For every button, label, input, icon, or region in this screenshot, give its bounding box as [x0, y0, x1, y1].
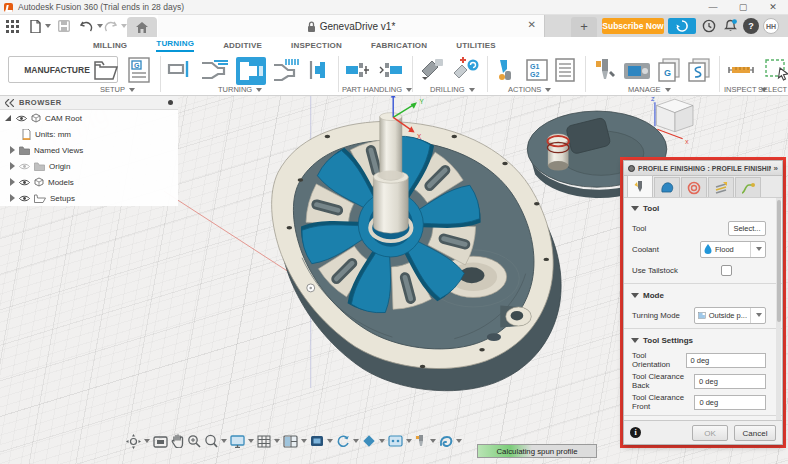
tab-milling[interactable]: MILLING	[93, 41, 127, 52]
part-handling-group-label[interactable]: PART HANDLING	[342, 85, 412, 94]
tab-inspection[interactable]: INSPECTION	[291, 41, 342, 52]
mode-section-header[interactable]: Mode	[624, 287, 782, 302]
template-library-button[interactable]: G	[656, 57, 682, 87]
refresh-button[interactable]	[336, 435, 359, 448]
document-tab[interactable]: GenevaDrive v1* ✕	[158, 15, 545, 37]
app-grid-button[interactable]	[6, 17, 19, 35]
stock-display-button[interactable]	[439, 435, 462, 448]
tailstock-checkbox[interactable]	[721, 265, 732, 276]
ok-button[interactable]: OK	[692, 425, 728, 441]
save-button[interactable]	[58, 17, 70, 35]
simulate-button[interactable]	[494, 57, 520, 87]
scrollbar-thumb[interactable]	[777, 200, 781, 322]
user-avatar[interactable]: HH	[763, 18, 779, 34]
gcode-setup-button[interactable]: G	[126, 57, 152, 87]
dialog-expand-icon[interactable]: »	[774, 164, 778, 173]
turning-group-label[interactable]: TURNING	[218, 85, 262, 94]
help-button[interactable]: ?	[743, 18, 759, 34]
post-process-button[interactable]: G1G2	[524, 57, 550, 87]
collapse-panel-icon[interactable]	[5, 99, 14, 107]
zoom-button[interactable]	[187, 434, 201, 448]
info-icon[interactable]: i	[630, 427, 641, 438]
file-menu-button[interactable]	[30, 17, 51, 35]
browser-item-models[interactable]: Models	[0, 174, 178, 190]
selected-drive-pin[interactable]	[547, 134, 568, 170]
new-setup-button[interactable]	[92, 57, 120, 87]
part-handling-transfer-button[interactable]	[376, 57, 404, 87]
maximize-button[interactable]: ▢	[728, 0, 758, 14]
pan-button[interactable]	[171, 434, 184, 448]
browser-options-icon[interactable]	[168, 100, 173, 105]
measure-button[interactable]	[726, 57, 756, 87]
orbit-button[interactable]	[126, 434, 150, 449]
turning-mode-dropdown[interactable]: Outside p...	[694, 307, 766, 324]
browser-item-origin[interactable]: Origin	[0, 158, 178, 174]
actions-group-label[interactable]: ACTIONS	[508, 85, 551, 94]
redo-button[interactable]	[104, 17, 127, 35]
minimize-button[interactable]: —	[698, 0, 728, 14]
turning-face-button[interactable]	[166, 57, 194, 87]
feed-speed-section-header[interactable]: Feed & Speed	[624, 419, 782, 420]
drilling-button[interactable]	[418, 57, 446, 87]
turning-profile-button-selected[interactable]	[236, 57, 266, 85]
manage-group-label[interactable]: MANAGE	[628, 85, 671, 94]
setup-sheet-button[interactable]	[553, 57, 577, 87]
browser-item-named-views[interactable]: Named Views	[0, 142, 178, 158]
tool-display-button[interactable]	[415, 434, 436, 448]
collapsed-arrow-icon[interactable]	[10, 178, 15, 186]
select-button[interactable]	[764, 57, 788, 87]
cancel-button[interactable]: Cancel	[734, 425, 776, 441]
tool-clearance-front-input[interactable]: 0 deg	[694, 395, 766, 410]
recent-activity-button[interactable]	[701, 18, 717, 34]
tool-select-button[interactable]: Select...	[728, 221, 766, 236]
setup-origin-point[interactable]	[307, 284, 315, 292]
display-settings-button[interactable]	[230, 435, 254, 448]
turning-groove-button[interactable]	[272, 57, 302, 87]
collapsed-arrow-icon[interactable]	[10, 162, 15, 170]
tab-utilities[interactable]: UTILITIES	[456, 41, 496, 52]
visibility-button[interactable]	[310, 435, 333, 447]
browser-header[interactable]: BROWSER	[0, 96, 178, 110]
job-status-button[interactable]	[668, 18, 696, 34]
dialog-tab-linking[interactable]	[735, 177, 761, 197]
browser-item-cam-root[interactable]: CAM Root	[0, 110, 178, 126]
tab-additive[interactable]: ADDITIVE	[223, 41, 262, 52]
dialog-scrollbar[interactable]	[776, 198, 781, 420]
document-tab-close-icon[interactable]: ✕	[528, 19, 536, 30]
dialog-tab-passes[interactable]	[708, 177, 734, 197]
dialog-tab-geometry[interactable]	[654, 177, 680, 197]
notifications-button[interactable]	[722, 18, 738, 34]
tool-clearance-back-input[interactable]: 0 deg	[694, 374, 766, 389]
post-library-button[interactable]	[686, 57, 712, 87]
dialog-tab-tool[interactable]	[627, 175, 653, 197]
grid-settings-button[interactable]	[257, 435, 280, 448]
new-tab-button[interactable]: +	[571, 17, 597, 37]
tool-library-button[interactable]	[592, 57, 618, 87]
collapsed-arrow-icon[interactable]	[10, 194, 15, 202]
look-at-button[interactable]	[153, 435, 168, 448]
visibility-eye-off-icon[interactable]	[19, 163, 30, 170]
close-button[interactable]: ✕	[758, 0, 788, 14]
subscribe-button[interactable]: Subscribe Now	[602, 18, 664, 34]
tab-turning[interactable]: TURNING	[156, 39, 194, 52]
browser-item-units[interactable]: Units: mm	[0, 126, 178, 142]
visibility-eye-icon[interactable]	[19, 195, 30, 202]
appearance-button[interactable]	[362, 434, 385, 448]
drilling-group-label[interactable]: DRILLING	[430, 85, 475, 94]
dialog-header[interactable]: PROFILE FINISHING : PROFILE FINISHING1 »	[624, 161, 782, 176]
select-group-label[interactable]: SELECT	[758, 85, 788, 94]
drilling-hole-recognition-button[interactable]	[450, 57, 480, 87]
visibility-eye-icon[interactable]	[19, 179, 30, 186]
tool-section-header[interactable]: Tool	[624, 200, 782, 215]
tool-settings-section-header[interactable]: Tool Settings	[624, 332, 782, 347]
turning-roughing-button[interactable]	[200, 57, 230, 87]
tab-fabrication[interactable]: FABRICATION	[371, 41, 427, 52]
viewports-button[interactable]	[283, 435, 307, 448]
setup-group-label[interactable]: SETUP	[100, 85, 135, 94]
home-tab-button[interactable]	[127, 17, 157, 37]
visibility-eye-icon[interactable]	[16, 115, 27, 122]
undo-button[interactable]	[80, 17, 103, 35]
tool-orientation-input[interactable]: 0 deg	[686, 353, 766, 368]
browser-item-setups[interactable]: Setups	[0, 190, 178, 206]
turning-part-button[interactable]	[305, 57, 329, 87]
